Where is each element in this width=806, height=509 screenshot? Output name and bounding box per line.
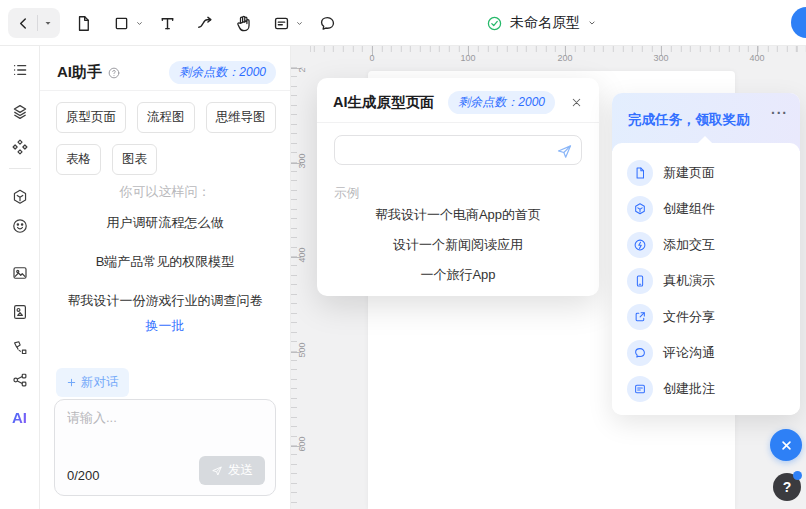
emoji-icon[interactable] [9,215,31,237]
create-component-icon [627,196,653,222]
modal-prompt-input-wrap [334,135,582,165]
comment-tool-caret-icon[interactable] [295,19,304,28]
suggestion-list: 用户调研流程怎么做 B端产品常见的权限模型 帮我设计一份游戏行业的调查问卷 [40,214,290,331]
question-mark-label: ? [783,479,792,495]
saved-check-icon [486,15,503,32]
text-tool-button[interactable] [152,8,182,38]
ruler-label: 400 [297,240,307,270]
share-graph-icon[interactable] [9,369,31,391]
ruler-label: 200 [557,53,572,63]
example-item[interactable]: 设计一个新闻阅读应用 [317,236,599,254]
send-label: 发送 [228,462,253,479]
chat-bubble-icon [318,14,337,33]
modal-prompt-input[interactable] [345,136,545,164]
new-chat-button[interactable]: 新对话 [56,368,129,397]
task-item-comment[interactable]: 评论沟通 [612,335,800,371]
ruler-ticks [310,46,806,52]
sidebar-divider [9,168,31,169]
new-chat-label: 新对话 [81,374,119,391]
frame-icon [112,14,131,33]
dismiss-panel-button[interactable] [770,429,802,461]
send-plane-icon[interactable] [556,143,573,160]
example-list: 帮我设计一个电商App的首页 设计一个新闻阅读应用 一个旅行App [317,206,599,296]
task-item-file-share[interactable]: 文件分享 [612,299,800,335]
components-icon[interactable] [9,136,31,158]
ruler-label: 100 [460,53,475,63]
tab-prototype-page[interactable]: 原型页面 [56,102,126,133]
notification-dot [793,471,802,480]
divider [40,90,290,91]
frame-tool-button[interactable] [106,8,136,38]
chat-bubble-tool-button[interactable] [312,8,342,38]
ai-logo: AI [12,409,27,426]
help-circle-icon[interactable] [107,66,121,80]
send-button[interactable]: 发送 [199,456,265,485]
ask-hint: 你可以这样问： [40,183,290,201]
device-preview-icon [627,268,653,294]
toolbar-tools [8,0,342,46]
task-label: 文件分享 [663,308,715,326]
user-avatar[interactable] [791,7,806,38]
example-item[interactable]: 帮我设计一个电商App的首页 [317,206,599,224]
task-item-add-interaction[interactable]: 添加交互 [612,227,800,263]
assets-3d-icon[interactable] [9,186,31,208]
back-control[interactable] [8,8,60,38]
divider [37,15,38,31]
pen-path-icon[interactable] [9,337,31,359]
topbar: 未命名原型 [0,0,806,46]
ruler-label: 600 [297,429,307,459]
layers-icon[interactable] [9,101,31,123]
app-root: 未命名原型 [0,0,806,509]
suggestion-item[interactable]: B端产品常见的权限模型 [40,253,290,271]
new-page-tool-button[interactable] [68,8,98,38]
points-badge: 剩余点数：2000 [169,61,276,84]
modal-header: AI生成原型页面 剩余点数：2000 [333,90,587,114]
frame-tool-caret-icon[interactable] [135,19,144,28]
task-label: 创建批注 [663,380,715,398]
document-title-group[interactable]: 未命名原型 [486,0,597,46]
more-options-button[interactable]: ··· [771,105,788,121]
help-button[interactable]: ? [773,473,801,501]
pages-list-icon[interactable] [9,59,31,81]
modal-title: AI生成原型页面 [333,93,435,112]
canvas-area[interactable]: 0 100 200 300 400 200 300 400 500 600 AI… [291,46,806,509]
close-icon [779,438,794,453]
comment-box-tool-button[interactable] [266,8,296,38]
title-caret-icon[interactable] [587,18,597,28]
comment-box-icon [272,14,291,33]
refresh-suggestions-link[interactable]: 换一批 [40,317,290,335]
tab-table[interactable]: 表格 [56,144,101,175]
ai-generate-modal: AI生成原型页面 剩余点数：2000 示例 帮我设计一个电商App的首页 设计一… [317,78,599,296]
chat-input-field[interactable] [67,409,265,455]
example-item[interactable]: 一个旅行App [317,266,599,284]
task-item-annotation[interactable]: 创建批注 [612,371,800,407]
tab-flowchart[interactable]: 流程图 [137,102,195,133]
left-icon-sidebar: AI [0,46,40,509]
image-icon[interactable] [9,262,31,284]
examples-label: 示例 [334,185,359,202]
paper-plane-icon [211,465,223,477]
hand-tool-button[interactable] [228,8,258,38]
ruler-label: 300 [653,53,668,63]
ruler-label: 300 [297,146,307,176]
task-list: 新建页面 创建组件 添加交互 [612,143,800,415]
back-icon[interactable] [15,15,32,32]
task-reward-panel: 完成任务，领取奖励 ··· 新建页面 创建组件 [612,93,800,415]
tab-chart[interactable]: 图表 [112,144,157,175]
task-item-device-preview[interactable]: 真机演示 [612,263,800,299]
task-item-new-page[interactable]: 新建页面 [612,155,800,191]
modal-close-button[interactable] [565,91,587,113]
suggestion-item[interactable]: 用户调研流程怎么做 [40,214,290,232]
ai-assistant-panel: AI助手 剩余点数：2000 原型页面 流程图 思维导图 表格 图表 你可以这样… [40,46,291,509]
hand-icon [234,14,253,33]
ruler-label: 200 [297,67,307,80]
task-label: 创建组件 [663,200,715,218]
back-menu-caret-icon[interactable] [43,18,53,28]
task-item-create-component[interactable]: 创建组件 [612,191,800,227]
design-file-icon[interactable] [9,301,31,323]
file-share-icon [627,304,653,330]
suggestion-item[interactable]: 帮我设计一份游戏行业的调查问卷 [40,292,290,310]
ai-sidebar-item[interactable]: AI [9,406,31,428]
tab-mindmap[interactable]: 思维导图 [206,102,276,133]
connector-tool-button[interactable] [190,8,220,38]
